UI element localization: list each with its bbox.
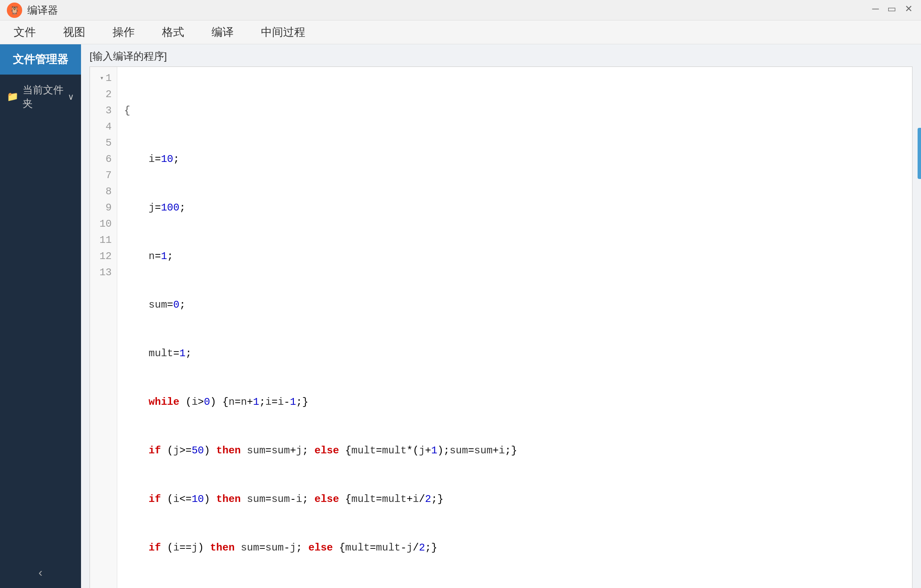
code-line-2: i=10;: [124, 151, 905, 167]
code-line-4: n=1;: [124, 248, 905, 265]
code-editor[interactable]: ▾1 2 3 4 5 6 7 8 9 10 11 12 13 {: [90, 67, 912, 588]
menu-operate[interactable]: 操作: [107, 21, 140, 43]
line-num-1: ▾1: [90, 70, 117, 86]
menu-view[interactable]: 视图: [58, 21, 90, 43]
sidebar-header: 文件管理器: [0, 44, 81, 75]
sidebar: 文件管理器 📁 当前文件夹 ∨ ‹: [0, 44, 81, 588]
chevron-down-icon: ∨: [68, 92, 74, 102]
line-num-7: 7: [90, 167, 117, 184]
main-layout: 文件管理器 📁 当前文件夹 ∨ ‹ [输入编译的程序] ▾1 2 3 4 5 6: [0, 44, 921, 588]
menubar: 文件 视图 操作 格式 编译 中间过程: [0, 20, 921, 44]
code-line-1: {: [124, 103, 905, 119]
sidebar-nav-button[interactable]: ‹: [38, 566, 42, 579]
line-num-13: 13: [90, 265, 117, 281]
menu-format[interactable]: 格式: [157, 21, 189, 43]
menu-file[interactable]: 文件: [9, 21, 41, 43]
code-line-9: if (i<=10) then sum=sum-i; else {mult=mu…: [124, 491, 905, 507]
line-num-5: 5: [90, 135, 117, 151]
line-num-3: 3: [90, 103, 117, 119]
sidebar-bottom: ‹: [0, 557, 81, 588]
code-editor-wrapper: ▾1 2 3 4 5 6 7 8 9 10 11 12 13 {: [90, 66, 912, 588]
line-num-10: 10: [90, 216, 117, 232]
maximize-button[interactable]: ▭: [887, 3, 896, 14]
code-section-label: [输入编译的程序]: [81, 44, 921, 66]
line-num-11: 11: [90, 232, 117, 248]
code-line-8: if (j>=50) then sum=sum+j; else {mult=mu…: [124, 443, 905, 459]
line-num-6: 6: [90, 151, 117, 167]
titlebar: 🦉 编译器 ─ ▭ ✕: [0, 0, 921, 20]
line-numbers: ▾1 2 3 4 5 6 7 8 9 10 11 12 13: [90, 67, 117, 588]
code-line-7: while (i>0) {n=n+1;i=i-1;}: [124, 394, 905, 410]
line-num-4: 4: [90, 119, 117, 135]
code-line-3: j=100;: [124, 200, 905, 216]
window-controls: ─ ▭ ✕: [872, 3, 912, 14]
menu-intermediate[interactable]: 中间过程: [256, 21, 310, 43]
folder-icon: 📁: [7, 91, 18, 102]
code-line-10: if (i==j) then sum=sum-j; else {mult=mul…: [124, 540, 905, 556]
app-title: 编译器: [27, 3, 58, 17]
close-button[interactable]: ✕: [905, 3, 912, 14]
line-arrow-1: ▾: [100, 70, 104, 86]
code-line-6: mult=1;: [124, 346, 905, 362]
right-accent-bar: [918, 128, 921, 179]
menu-compile[interactable]: 编译: [206, 21, 239, 43]
sidebar-folder-label: 当前文件夹: [23, 83, 64, 110]
line-num-9: 9: [90, 200, 117, 216]
line-num-12: 12: [90, 248, 117, 265]
content-area: [输入编译的程序] ▾1 2 3 4 5 6 7 8 9 10 11 12 1: [81, 44, 921, 588]
line-num-2: 2: [90, 86, 117, 103]
code-line-5: sum=0;: [124, 297, 905, 313]
sidebar-folder-item[interactable]: 📁 当前文件夹 ∨: [0, 75, 81, 119]
code-content[interactable]: { i=10; j=100; n=1; sum=0; mult=1; while…: [117, 67, 912, 588]
app-icon: 🦉: [7, 3, 22, 18]
minimize-button[interactable]: ─: [872, 3, 879, 14]
line-num-8: 8: [90, 184, 117, 200]
